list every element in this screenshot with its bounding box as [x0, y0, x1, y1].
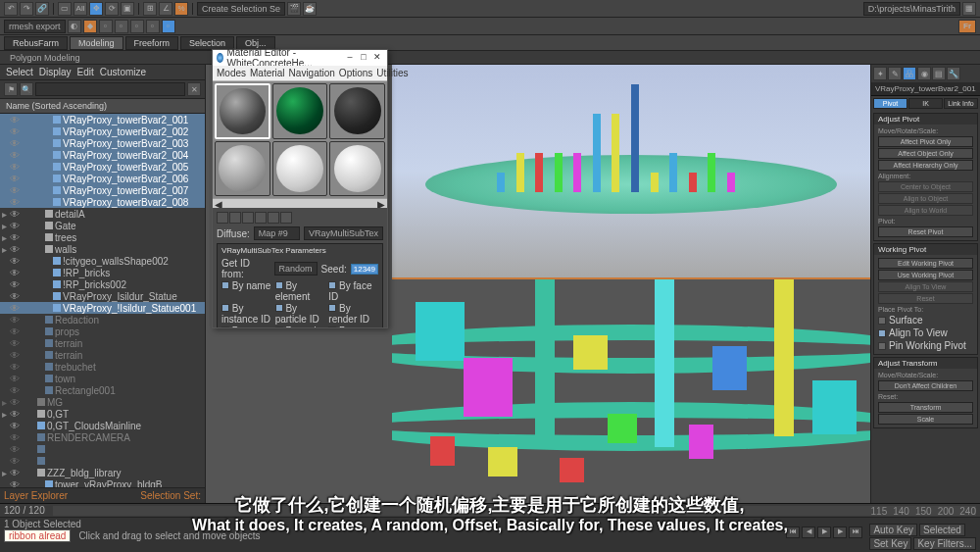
use-wp-button[interactable]: Use Working Pivot	[878, 270, 973, 280]
material-swatch-1[interactable]	[215, 83, 270, 139]
map-type-field[interactable]: VRayMultiSubTex	[304, 226, 383, 240]
reset-pivot-button[interactable]: Reset Pivot	[878, 226, 973, 237]
snap-icon[interactable]: ⊞	[143, 2, 157, 16]
clear-search-icon[interactable]: ✕	[187, 82, 201, 96]
search-icon[interactable]: 🔍	[20, 82, 33, 96]
material-swatch-3[interactable]	[329, 83, 385, 139]
tab-rebusfarm[interactable]: RebusFarm	[4, 36, 68, 50]
mat-menu-modes[interactable]: Modes	[217, 68, 246, 78]
tree-row[interactable]: ▸👁detailA	[0, 208, 205, 220]
minimize-icon[interactable]: –	[344, 52, 356, 64]
utilities-tab-icon[interactable]: 🔧	[947, 67, 960, 80]
tree-row[interactable]: 👁VRayProxy_towerBvar2_003	[0, 137, 205, 149]
next-frame-icon[interactable]: ▶	[833, 527, 847, 538]
percent-snap-icon[interactable]: %	[174, 2, 188, 16]
keyfilters-button[interactable]: Key Filters...	[913, 537, 976, 550]
reset-transform-button[interactable]: Transform	[878, 402, 973, 413]
tree-row[interactable]: 👁	[0, 443, 205, 455]
material-swatch-6[interactable]	[329, 141, 385, 197]
modify-tab-icon[interactable]: ✎	[888, 67, 902, 80]
viewport-top[interactable]	[392, 65, 870, 277]
tree-row[interactable]: 👁!RP_bricks002	[0, 278, 205, 290]
redo-icon[interactable]: ↷	[20, 2, 33, 16]
tree-row[interactable]: 👁!RP_bricks	[0, 267, 205, 278]
tree-row[interactable]: ▸👁trees	[0, 231, 205, 243]
get-id-dropdown[interactable]: Random	[274, 262, 318, 276]
tab-freeform[interactable]: Freeform	[125, 36, 179, 50]
adjust-pivot-title[interactable]: Adjust Pivot	[874, 114, 977, 125]
tool-c[interactable]: ▫	[130, 20, 144, 33]
working-pivot-title[interactable]: Working Pivot	[874, 244, 977, 255]
setkey-button[interactable]: Set Key	[869, 537, 911, 550]
mat-tool-2[interactable]	[229, 212, 241, 224]
rollout-title[interactable]: VRayMultiSubTex Parameters	[221, 246, 378, 255]
tree-row[interactable]: 👁!citygeo_wallsShape002	[0, 255, 205, 267]
frame-rate-icon[interactable]: Fr	[958, 20, 976, 33]
all-icon[interactable]: All	[74, 2, 87, 16]
object-name-field[interactable]: VRayProxy_towerBvar2_001	[871, 82, 980, 96]
scene-menu-select[interactable]: Select	[6, 67, 33, 77]
linkinfo-tab[interactable]: Link Info	[944, 98, 978, 109]
display-tab-icon[interactable]: ▤	[932, 67, 946, 80]
tree-row[interactable]: ▸👁Gate	[0, 220, 205, 231]
tree-row[interactable]: 👁terrain	[0, 337, 205, 349]
selection-set-label[interactable]: Selection Set:	[140, 490, 201, 501]
pivot-tab[interactable]: Pivot	[873, 98, 907, 109]
affect-hierarchy-button[interactable]: Affect Hierarchy Only	[878, 160, 973, 171]
tool-orange[interactable]: ◆	[83, 20, 97, 33]
tree-row[interactable]: 👁	[0, 455, 205, 467]
layer-explorer-label[interactable]: Layer Explorer	[4, 490, 68, 501]
scene-menu-customize[interactable]: Customize	[100, 67, 146, 77]
prev-frame-icon[interactable]: ◀	[802, 527, 815, 538]
selected-dropdown[interactable]: Selected	[919, 524, 965, 536]
hierarchy-tab-icon[interactable]: 品	[903, 67, 916, 80]
mat-menu-navigation[interactable]: Navigation	[289, 68, 335, 78]
workspace-icon[interactable]: ▦	[962, 2, 976, 16]
scene-menu-edit[interactable]: Edit	[77, 67, 94, 77]
autokey-button[interactable]: Auto Key	[869, 524, 917, 536]
mat-menu-material[interactable]: Material	[250, 68, 285, 78]
mat-tool-6[interactable]	[280, 212, 292, 224]
play-icon[interactable]: ▶	[817, 527, 831, 538]
affect-pivot-button[interactable]: Affect Pivot Only	[878, 136, 973, 147]
tree-row[interactable]: 👁VRayProxy_towerBvar2_002	[0, 125, 205, 137]
tree-row[interactable]: 👁trebuchet	[0, 361, 205, 373]
tree-row[interactable]: 👁VRayProxy_towerBvar2_004	[0, 149, 205, 161]
tree-row[interactable]: 👁town	[0, 373, 205, 384]
teapot-icon[interactable]: ☕	[303, 2, 317, 16]
rotate-icon[interactable]: ⟳	[105, 2, 119, 16]
scroll-left-icon[interactable]: ◀	[215, 199, 222, 208]
tool-b[interactable]: ▫	[115, 20, 128, 33]
tree-row[interactable]: 👁VRayProxy_!Isildur_Statue001	[0, 302, 205, 314]
tree-row[interactable]: 👁Rectangle001	[0, 384, 205, 396]
material-editor-window[interactable]: Material Editor - WhiteConcreteHe... – □…	[212, 49, 388, 328]
tab-modeling[interactable]: Modeling	[70, 36, 123, 50]
render-icon[interactable]: 🎬	[287, 2, 301, 16]
map-name-field[interactable]: Map #9	[254, 226, 300, 240]
create-selection-dropdown[interactable]: Create Selection Se	[197, 2, 285, 16]
tree-row[interactable]: 👁VRayProxy_towerBvar2_006	[0, 173, 205, 184]
tree-row[interactable]: ▸👁0,GT	[0, 408, 205, 420]
by-option[interactable]: By object ID	[221, 326, 271, 327]
link-icon[interactable]: 🔗	[35, 2, 49, 16]
by-option[interactable]: By face ID	[328, 280, 378, 302]
tree-row[interactable]: 👁VRayProxy_Isildur_Statue	[0, 290, 205, 302]
affect-object-button[interactable]: Affect Object Only	[878, 148, 973, 159]
project-path[interactable]: D:\projects\MinasTirith	[863, 2, 960, 16]
tree-row[interactable]: 👁RENDERCAMERA	[0, 431, 205, 443]
mat-tool-1[interactable]	[217, 212, 228, 224]
maximize-icon[interactable]: □	[358, 52, 369, 64]
tree-row[interactable]: 👁VRayProxy_towerBvar2_005	[0, 161, 205, 173]
by-option[interactable]: By render ID	[328, 303, 378, 325]
tree-row[interactable]: 👁tower_vRayProxy_bldgB	[0, 478, 205, 487]
mat-menu-utilities[interactable]: Utilities	[376, 68, 408, 78]
edit-wp-button[interactable]: Edit Working Pivot	[878, 258, 973, 269]
scene-tree[interactable]: 👁VRayProxy_towerBvar2_001👁VRayProxy_towe…	[0, 114, 205, 487]
by-option[interactable]: By user ID	[328, 326, 378, 327]
scene-search-input[interactable]	[35, 82, 185, 96]
motion-tab-icon[interactable]: ◉	[917, 67, 931, 80]
select-icon[interactable]: ▭	[58, 2, 72, 16]
tree-row[interactable]: 👁props	[0, 326, 205, 337]
by-option[interactable]: By name	[221, 280, 271, 302]
scene-header[interactable]: Name (Sorted Ascending)	[0, 99, 205, 114]
